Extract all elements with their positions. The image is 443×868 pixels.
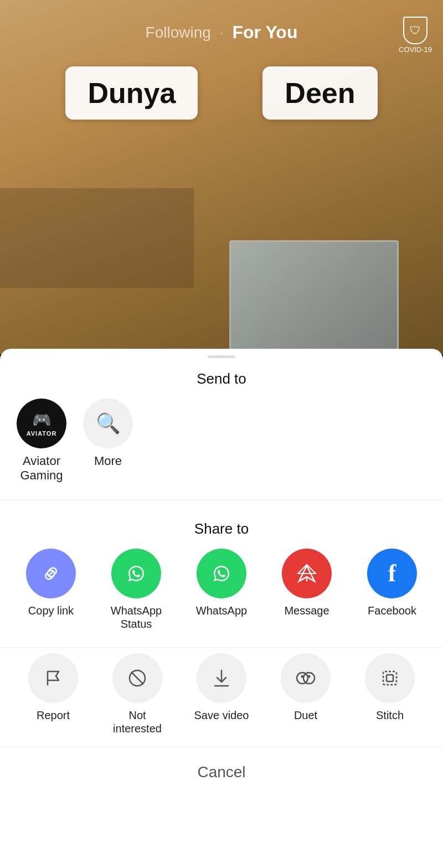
divider-3 [0, 746, 443, 747]
no-circle-icon [126, 667, 148, 689]
divider-2 [0, 647, 443, 648]
stitch-label: Stitch [376, 709, 404, 722]
stitch-icon-circle [365, 653, 415, 703]
svg-point-10 [303, 673, 315, 684]
contact-aviator-gaming[interactable]: 🎮 AVIATOR AviatorGaming [17, 399, 66, 483]
overlay-choice-buttons: Dunya Deen [0, 66, 443, 120]
svg-point-12 [308, 675, 311, 678]
send-to-title: Send to [0, 370, 443, 388]
aviator-text: AVIATOR [27, 430, 57, 437]
search-icon: 🔍 [96, 412, 121, 435]
action-stitch[interactable]: Stitch [348, 653, 432, 735]
deen-button[interactable]: Deen [262, 66, 377, 120]
flag-icon [42, 667, 64, 689]
nav-separator: · [220, 25, 224, 40]
report-label: Report [37, 709, 70, 722]
duet-icon-circle [281, 653, 331, 703]
stitch-icon [379, 667, 401, 689]
action-report[interactable]: Report [11, 653, 95, 735]
action-save-video[interactable]: Save video [179, 653, 264, 735]
whatsapp-icon [209, 561, 234, 586]
save-video-icon-circle [197, 653, 246, 703]
svg-rect-13 [383, 671, 396, 685]
message-icon-circle [282, 549, 332, 598]
report-icon-circle [28, 653, 78, 703]
video-background [0, 0, 443, 354]
action-not-interested[interactable]: Notinterested [95, 653, 179, 735]
duet-label: Duet [294, 709, 317, 722]
facebook-f-icon: f [388, 559, 396, 587]
covid-shield-icon: 🛡 [403, 17, 427, 44]
save-video-label: Save video [194, 709, 249, 722]
not-interested-icon-circle [112, 653, 162, 703]
message-label: Message [284, 604, 329, 617]
aviator-avatar: 🎮 AVIATOR [17, 399, 66, 448]
cancel-button[interactable]: Cancel [0, 752, 443, 792]
foryou-tab[interactable]: For You [233, 22, 298, 43]
share-message[interactable]: Message [267, 549, 347, 631]
download-icon [210, 667, 233, 689]
action-duet[interactable]: Duet [264, 653, 348, 735]
aviator-label: AviatorGaming [20, 454, 63, 483]
whatsapp-status-icon [124, 561, 148, 586]
share-sheet: Send to 🎮 AVIATOR AviatorGaming 🔍 More S… [0, 349, 443, 868]
copy-link-label: Copy link [28, 604, 74, 617]
whatsapp-status-label: WhatsAppStatus [111, 604, 162, 631]
more-avatar: 🔍 [83, 399, 133, 448]
svg-line-6 [131, 672, 143, 684]
share-to-title: Share to [0, 520, 443, 538]
svg-point-9 [297, 673, 308, 684]
divider-1 [0, 500, 443, 500]
link-icon [39, 561, 63, 586]
not-interested-label: Notinterested [113, 709, 162, 735]
whatsapp-status-icon-circle [111, 549, 161, 598]
copy-link-icon-circle [26, 549, 76, 598]
dunya-button[interactable]: Dunya [65, 66, 198, 120]
message-icon [295, 561, 319, 586]
action-row: Report Notinterested Save video [0, 653, 443, 735]
facebook-label: Facebook [368, 604, 416, 617]
more-label: More [94, 454, 122, 468]
send-to-row: 🎮 AVIATOR AviatorGaming 🔍 More [0, 399, 443, 483]
whatsapp-icon-circle [197, 549, 246, 598]
sheet-handle [208, 355, 235, 358]
duet-icon [295, 667, 317, 689]
shelf-decoration [0, 188, 194, 288]
share-copy-link[interactable]: Copy link [11, 549, 91, 631]
covid-badge[interactable]: 🛡 COVID-19 [399, 17, 432, 54]
share-to-row: Copy link WhatsAppStatus WhatsApp [0, 549, 443, 631]
svg-point-11 [301, 675, 304, 678]
share-whatsapp[interactable]: WhatsApp [182, 549, 261, 631]
covid-label: COVID-19 [399, 45, 432, 54]
svg-rect-14 [387, 675, 393, 681]
share-facebook[interactable]: f Facebook [352, 549, 432, 631]
whatsapp-label: WhatsApp [196, 604, 247, 617]
contact-more[interactable]: 🔍 More [83, 399, 133, 483]
following-tab[interactable]: Following [146, 24, 211, 42]
gamepad-icon: 🎮 [32, 411, 51, 429]
top-navigation: Following · For You 🛡 COVID-19 [0, 0, 443, 48]
share-whatsapp-status[interactable]: WhatsAppStatus [96, 549, 176, 631]
facebook-icon-circle: f [367, 549, 417, 598]
